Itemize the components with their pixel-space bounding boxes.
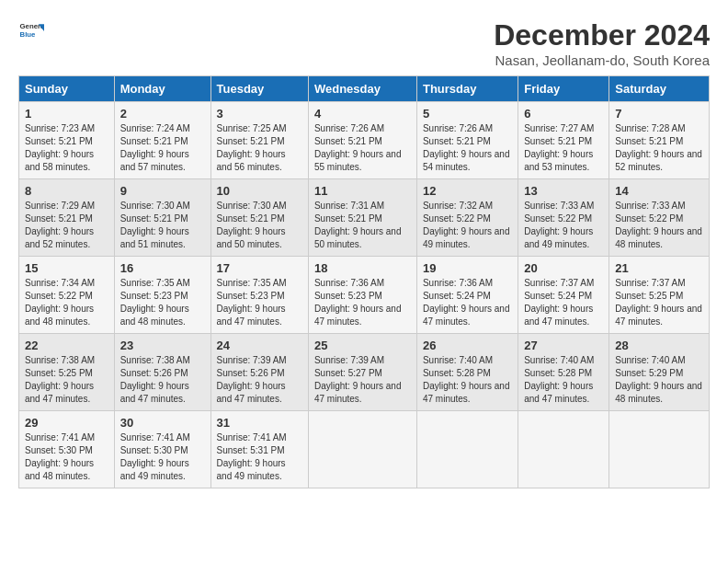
table-row: 15Sunrise: 7:34 AMSunset: 5:22 PMDayligh… <box>19 257 115 334</box>
table-row: 14Sunrise: 7:33 AMSunset: 5:22 PMDayligh… <box>609 179 710 257</box>
table-row: 22Sunrise: 7:38 AMSunset: 5:25 PMDayligh… <box>19 334 115 411</box>
day-info: Sunrise: 7:37 AMSunset: 5:25 PMDaylight:… <box>615 278 702 327</box>
day-number: 7 <box>615 107 703 121</box>
day-number: 3 <box>217 107 302 121</box>
day-info: Sunrise: 7:38 AMSunset: 5:26 PMDaylight:… <box>120 355 190 404</box>
table-row: 9Sunrise: 7:30 AMSunset: 5:21 PMDaylight… <box>114 179 210 257</box>
page-subtitle: Nasan, Jeollanam-do, South Korea <box>494 52 710 68</box>
title-block: December 2024 Nasan, Jeollanam-do, South… <box>494 18 710 68</box>
table-row: 19Sunrise: 7:36 AMSunset: 5:24 PMDayligh… <box>416 257 518 334</box>
col-friday: Friday <box>518 76 609 102</box>
day-info: Sunrise: 7:34 AMSunset: 5:22 PMDaylight:… <box>25 278 95 327</box>
day-number: 9 <box>120 184 205 198</box>
day-number: 15 <box>25 261 108 275</box>
day-info: Sunrise: 7:24 AMSunset: 5:21 PMDaylight:… <box>120 123 190 172</box>
table-row: 7Sunrise: 7:28 AMSunset: 5:21 PMDaylight… <box>609 102 710 179</box>
col-thursday: Thursday <box>416 76 518 102</box>
day-number: 22 <box>25 339 108 352</box>
day-info: Sunrise: 7:35 AMSunset: 5:23 PMDaylight:… <box>120 278 190 327</box>
calendar-week-row: 15Sunrise: 7:34 AMSunset: 5:22 PMDayligh… <box>19 257 710 334</box>
header: General Blue December 2024 Nasan, Jeolla… <box>18 18 710 68</box>
day-info: Sunrise: 7:33 AMSunset: 5:22 PMDaylight:… <box>524 201 594 249</box>
day-info: Sunrise: 7:26 AMSunset: 5:21 PMDaylight:… <box>314 123 402 172</box>
day-info: Sunrise: 7:41 AMSunset: 5:30 PMDaylight:… <box>25 432 95 481</box>
table-row: 2Sunrise: 7:24 AMSunset: 5:21 PMDaylight… <box>114 102 210 179</box>
day-info: Sunrise: 7:25 AMSunset: 5:21 PMDaylight:… <box>217 123 287 172</box>
day-number: 2 <box>120 107 205 121</box>
calendar-week-row: 1Sunrise: 7:23 AMSunset: 5:21 PMDaylight… <box>19 102 710 179</box>
day-info: Sunrise: 7:39 AMSunset: 5:27 PMDaylight:… <box>314 355 402 404</box>
day-number: 24 <box>217 339 302 352</box>
col-saturday: Saturday <box>609 76 710 102</box>
day-number: 4 <box>314 107 411 121</box>
calendar-header-row: Sunday Monday Tuesday Wednesday Thursday… <box>19 76 710 102</box>
day-number: 17 <box>217 261 302 275</box>
logo-icon: General Blue <box>18 18 44 44</box>
calendar-week-row: 29Sunrise: 7:41 AMSunset: 5:30 PMDayligh… <box>19 411 710 488</box>
day-number: 5 <box>423 107 512 121</box>
table-row: 6Sunrise: 7:27 AMSunset: 5:21 PMDaylight… <box>518 102 609 179</box>
day-number: 1 <box>25 107 108 121</box>
day-number: 10 <box>217 184 302 198</box>
day-info: Sunrise: 7:38 AMSunset: 5:25 PMDaylight:… <box>25 355 95 404</box>
day-number: 20 <box>524 261 603 275</box>
svg-text:Blue: Blue <box>20 30 37 39</box>
table-row: 27Sunrise: 7:40 AMSunset: 5:28 PMDayligh… <box>518 334 609 411</box>
day-info: Sunrise: 7:32 AMSunset: 5:22 PMDaylight:… <box>423 201 510 249</box>
table-row: 23Sunrise: 7:38 AMSunset: 5:26 PMDayligh… <box>114 334 210 411</box>
table-row: 5Sunrise: 7:26 AMSunset: 5:21 PMDaylight… <box>416 102 518 179</box>
page-title: December 2024 <box>494 18 710 52</box>
day-number: 31 <box>217 416 302 430</box>
day-number: 26 <box>423 339 512 352</box>
day-info: Sunrise: 7:40 AMSunset: 5:28 PMDaylight:… <box>423 355 510 404</box>
day-number: 25 <box>314 339 411 352</box>
day-info: Sunrise: 7:40 AMSunset: 5:28 PMDaylight:… <box>524 355 594 404</box>
table-row: 28Sunrise: 7:40 AMSunset: 5:29 PMDayligh… <box>609 334 710 411</box>
table-row <box>308 411 416 488</box>
day-number: 19 <box>423 261 512 275</box>
day-number: 16 <box>120 261 205 275</box>
col-monday: Monday <box>114 76 210 102</box>
table-row: 4Sunrise: 7:26 AMSunset: 5:21 PMDaylight… <box>308 102 416 179</box>
day-number: 21 <box>615 261 703 275</box>
day-info: Sunrise: 7:41 AMSunset: 5:30 PMDaylight:… <box>120 432 190 481</box>
day-info: Sunrise: 7:40 AMSunset: 5:29 PMDaylight:… <box>615 355 702 404</box>
table-row: 17Sunrise: 7:35 AMSunset: 5:23 PMDayligh… <box>210 257 308 334</box>
day-info: Sunrise: 7:36 AMSunset: 5:24 PMDaylight:… <box>423 278 510 327</box>
logo: General Blue <box>18 18 44 44</box>
day-info: Sunrise: 7:26 AMSunset: 5:21 PMDaylight:… <box>423 123 510 172</box>
day-info: Sunrise: 7:37 AMSunset: 5:24 PMDaylight:… <box>524 278 594 327</box>
table-row <box>416 411 518 488</box>
col-sunday: Sunday <box>19 76 115 102</box>
table-row: 11Sunrise: 7:31 AMSunset: 5:21 PMDayligh… <box>308 179 416 257</box>
day-info: Sunrise: 7:41 AMSunset: 5:31 PMDaylight:… <box>217 432 287 481</box>
day-info: Sunrise: 7:30 AMSunset: 5:21 PMDaylight:… <box>217 201 287 249</box>
calendar-table: Sunday Monday Tuesday Wednesday Thursday… <box>18 75 710 488</box>
day-number: 29 <box>25 416 108 430</box>
table-row: 13Sunrise: 7:33 AMSunset: 5:22 PMDayligh… <box>518 179 609 257</box>
table-row: 16Sunrise: 7:35 AMSunset: 5:23 PMDayligh… <box>114 257 210 334</box>
day-info: Sunrise: 7:30 AMSunset: 5:21 PMDaylight:… <box>120 201 190 249</box>
day-info: Sunrise: 7:31 AMSunset: 5:21 PMDaylight:… <box>314 201 402 249</box>
day-info: Sunrise: 7:23 AMSunset: 5:21 PMDaylight:… <box>25 123 95 172</box>
day-number: 12 <box>423 184 512 198</box>
day-info: Sunrise: 7:39 AMSunset: 5:26 PMDaylight:… <box>217 355 287 404</box>
table-row: 31Sunrise: 7:41 AMSunset: 5:31 PMDayligh… <box>210 411 308 488</box>
day-number: 28 <box>615 339 703 352</box>
day-number: 11 <box>314 184 411 198</box>
table-row <box>518 411 609 488</box>
day-number: 6 <box>524 107 603 121</box>
col-tuesday: Tuesday <box>210 76 308 102</box>
table-row: 12Sunrise: 7:32 AMSunset: 5:22 PMDayligh… <box>416 179 518 257</box>
day-info: Sunrise: 7:36 AMSunset: 5:23 PMDaylight:… <box>314 278 402 327</box>
day-number: 27 <box>524 339 603 352</box>
table-row: 25Sunrise: 7:39 AMSunset: 5:27 PMDayligh… <box>308 334 416 411</box>
day-number: 23 <box>120 339 205 352</box>
table-row: 3Sunrise: 7:25 AMSunset: 5:21 PMDaylight… <box>210 102 308 179</box>
day-info: Sunrise: 7:28 AMSunset: 5:21 PMDaylight:… <box>615 123 702 172</box>
table-row: 10Sunrise: 7:30 AMSunset: 5:21 PMDayligh… <box>210 179 308 257</box>
day-number: 18 <box>314 261 411 275</box>
day-number: 30 <box>120 416 205 430</box>
table-row: 29Sunrise: 7:41 AMSunset: 5:30 PMDayligh… <box>19 411 115 488</box>
day-info: Sunrise: 7:35 AMSunset: 5:23 PMDaylight:… <box>217 278 287 327</box>
